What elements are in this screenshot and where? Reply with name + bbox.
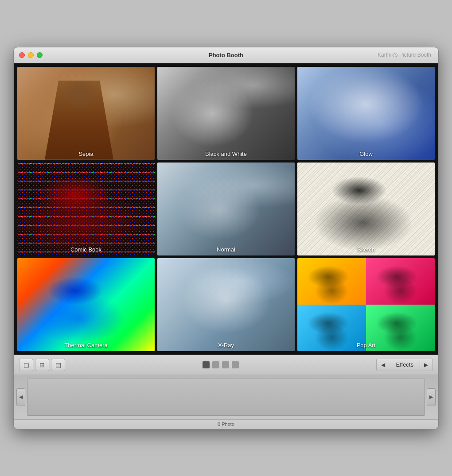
single-view-button[interactable]: ▢ [19,359,33,371]
effect-thermal[interactable]: Thermal Camera [17,258,155,351]
film-view-icon: ▤ [55,361,61,368]
grid-view-button[interactable]: ⊞ [35,359,49,371]
effect-sketch-preview [297,163,435,255]
effect-comic[interactable]: Comic Book [17,163,155,255]
effect-popart-preview [297,258,435,351]
filmstrip-area: ◀ ▶ [14,375,438,419]
effect-popart[interactable]: Pop Art [297,258,435,351]
effect-normal-label: Normal [157,246,295,253]
photo-booth-window: Photo Booth Karthik's Picture Booth Sepi… [13,47,439,430]
effects-button[interactable]: Effects [390,359,420,371]
effect-popart-label: Pop Art [297,342,435,348]
page-indicators [203,361,239,368]
back-arrow-icon: ◀ [381,362,385,368]
toolbar: ▢ ⊞ ▤ ◀ Effects ▶ [14,355,438,375]
effect-glow[interactable]: Glow [297,67,435,160]
effect-normal[interactable]: Normal [157,163,295,255]
window-title: Photo Booth [209,52,243,58]
effect-sepia[interactable]: Sepia [17,67,155,160]
filmstrip-content [27,379,425,416]
filmstrip-left-icon: ◀ [19,394,23,400]
forward-arrow-icon: ▶ [424,362,428,368]
page-dot-4[interactable] [232,361,239,368]
window-subtitle: Karthik's Picture Booth [378,52,431,58]
traffic-lights [19,52,43,58]
page-dot-2[interactable] [212,361,219,368]
effect-bw[interactable]: Black and White [157,67,295,160]
effects-forward-button[interactable]: ▶ [420,359,433,371]
close-button[interactable] [19,52,25,58]
effect-sketch[interactable]: Sketch [297,163,435,255]
effect-thermal-preview [17,258,155,351]
effect-sepia-label: Sepia [17,151,155,157]
grid-view-icon: ⊞ [39,361,45,368]
effect-glow-preview [297,67,435,160]
view-mode-buttons: ▢ ⊞ ▤ [19,359,65,371]
filmstrip-right-nav[interactable]: ▶ [427,388,436,406]
effect-bw-preview [157,67,295,160]
effect-thermal-label: Thermal Camera [17,342,155,348]
statusbar: 0 Photo [14,419,438,429]
effect-xray-label: X-Ray [157,342,295,348]
effect-xray[interactable]: X-Ray [157,258,295,351]
photo-count: 0 Photo [218,422,234,427]
effects-nav: ◀ Effects ▶ [376,359,433,371]
maximize-button[interactable] [37,52,43,58]
filmstrip-left-nav[interactable]: ◀ [16,388,25,406]
effect-normal-preview [157,163,295,255]
minimize-button[interactable] [28,52,34,58]
effect-bw-label: Black and White [157,151,295,157]
filmstrip-right-icon: ▶ [429,394,433,400]
effect-sepia-preview [17,67,155,160]
effect-sketch-label: Sketch [297,246,435,253]
effects-grid: Sepia Black and White Glow [17,67,435,351]
effects-grid-container: Sepia Black and White Glow [14,63,438,355]
effects-back-button[interactable]: ◀ [376,359,390,371]
effect-glow-label: Glow [297,151,435,157]
effect-comic-label: Comic Book [17,246,155,253]
page-dot-3[interactable] [222,361,229,368]
film-view-button[interactable]: ▤ [51,359,65,371]
single-view-icon: ▢ [23,361,29,368]
effect-xray-preview [157,258,295,351]
titlebar: Photo Booth Karthik's Picture Booth [14,47,438,63]
page-dot-1[interactable] [203,361,210,368]
effect-comic-preview [17,163,155,255]
